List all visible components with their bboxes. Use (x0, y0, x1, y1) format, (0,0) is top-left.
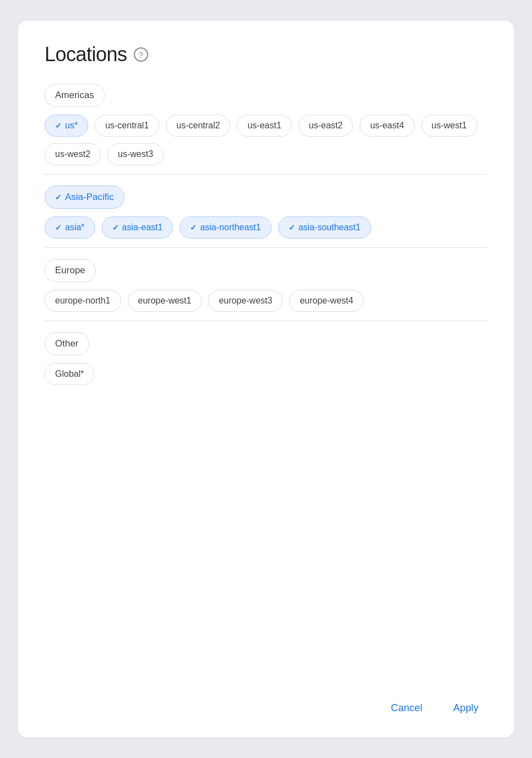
chip-label-asia-pacific-3: asia-southeast1 (298, 223, 361, 232)
chip-label-other-0: Global* (55, 369, 84, 379)
dialog-title: Locations (45, 43, 127, 66)
chips-group-europe: europe-north1europe-west1europe-west3eur… (45, 290, 487, 312)
category-chip-asia-pacific[interactable]: ✓Asia-Pacific (45, 186, 124, 209)
chip-americas-0[interactable]: ✓us* (45, 115, 88, 137)
sections-container: Americas✓us*us-central1us-central2us-eas… (45, 84, 487, 393)
chip-asia-pacific-2[interactable]: ✓asia-northeast1 (180, 216, 271, 239)
section-divider (45, 321, 487, 321)
chip-americas-5[interactable]: us-east4 (360, 115, 414, 137)
chip-label-americas-0: us* (65, 121, 78, 131)
help-icon[interactable]: ? (134, 47, 148, 62)
category-chip-americas[interactable]: Americas (45, 84, 105, 107)
chip-asia-pacific-3[interactable]: ✓asia-southeast1 (278, 216, 371, 239)
chip-label-europe-3: europe-west4 (300, 296, 353, 306)
chip-other-0[interactable]: Global* (45, 363, 94, 385)
section-divider (45, 174, 487, 175)
chip-label-americas-1: us-central1 (105, 121, 149, 131)
chip-label-americas-5: us-east4 (370, 121, 404, 131)
checkmark-icon: ✓ (190, 223, 197, 232)
dialog-footer: Cancel Apply (45, 684, 487, 719)
chip-europe-1[interactable]: europe-west1 (128, 290, 202, 312)
category-label-other: Other (55, 338, 79, 349)
category-group-other: Other (45, 332, 487, 355)
category-label-europe: Europe (55, 265, 85, 276)
chip-europe-3[interactable]: europe-west4 (289, 290, 363, 312)
chip-label-americas-7: us-west2 (55, 149, 90, 159)
chip-europe-0[interactable]: europe-north1 (45, 290, 121, 312)
locations-dialog: Locations ? Americas✓us*us-central1us-ce… (18, 21, 514, 737)
chips-group-asia-pacific: ✓asia*✓asia-east1✓asia-northeast1✓asia-s… (45, 216, 487, 239)
section-other: OtherGlobal* (45, 332, 487, 385)
chip-americas-3[interactable]: us-east1 (237, 115, 291, 137)
section-europe: Europeeurope-north1europe-west1europe-we… (45, 259, 487, 312)
category-label-americas: Americas (55, 90, 94, 101)
dialog-header: Locations ? (45, 43, 487, 66)
chip-label-americas-6: us-west1 (432, 121, 467, 131)
chip-label-asia-pacific-0: asia* (65, 223, 85, 232)
chip-asia-pacific-1[interactable]: ✓asia-east1 (102, 216, 173, 239)
category-chip-europe[interactable]: Europe (45, 259, 96, 282)
chip-label-americas-4: us-east2 (309, 121, 343, 131)
category-group-americas: Americas (45, 84, 487, 107)
chip-americas-4[interactable]: us-east2 (298, 115, 353, 137)
chip-americas-7[interactable]: us-west2 (45, 143, 101, 165)
checkmark-icon: ✓ (55, 121, 62, 130)
category-group-asia-pacific: ✓Asia-Pacific (45, 186, 487, 209)
chip-label-americas-8: us-west3 (118, 149, 153, 159)
chip-asia-pacific-0[interactable]: ✓asia* (45, 216, 95, 239)
section-americas: Americas✓us*us-central1us-central2us-eas… (45, 84, 487, 165)
chips-group-americas: ✓us*us-central1us-central2us-east1us-eas… (45, 115, 487, 165)
chip-label-asia-pacific-1: asia-east1 (122, 223, 163, 232)
chip-label-europe-2: europe-west3 (219, 296, 272, 306)
cancel-button[interactable]: Cancel (382, 697, 431, 719)
checkmark-icon: ✓ (55, 223, 62, 232)
category-group-europe: Europe (45, 259, 487, 282)
chip-label-asia-pacific-2: asia-northeast1 (200, 223, 260, 232)
apply-button[interactable]: Apply (444, 697, 487, 719)
chip-americas-6[interactable]: us-west1 (421, 115, 477, 137)
category-chip-other[interactable]: Other (45, 332, 89, 355)
section-asia-pacific: ✓Asia-Pacific✓asia*✓asia-east1✓asia-nort… (45, 186, 487, 239)
chip-americas-8[interactable]: us-west3 (107, 143, 164, 165)
checkmark-icon: ✓ (289, 223, 295, 232)
chip-label-americas-3: us-east1 (247, 121, 281, 131)
chip-americas-2[interactable]: us-central2 (166, 115, 230, 137)
chip-label-europe-0: europe-north1 (55, 296, 111, 306)
chips-group-other: Global* (45, 363, 487, 385)
category-label-asia-pacific: Asia-Pacific (65, 192, 114, 203)
chip-europe-2[interactable]: europe-west3 (208, 290, 283, 312)
chip-label-americas-2: us-central2 (176, 121, 220, 131)
section-divider (45, 247, 487, 248)
checkmark-icon: ✓ (112, 223, 119, 232)
checkmark-icon: ✓ (55, 193, 62, 202)
chip-americas-1[interactable]: us-central1 (95, 115, 159, 137)
chip-label-europe-1: europe-west1 (138, 296, 192, 306)
